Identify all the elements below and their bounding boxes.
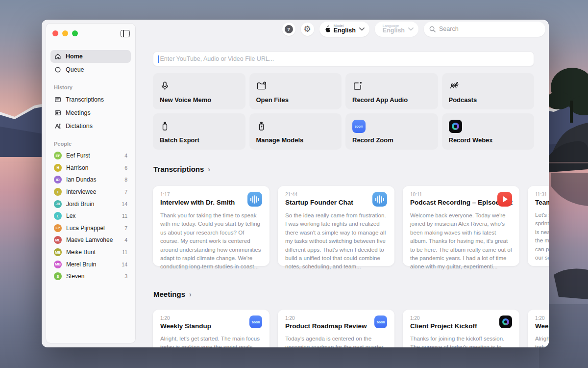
search-input[interactable]: Search <box>424 22 545 37</box>
card-transcript-preview: Alrightoday <box>535 334 549 347</box>
toolbar: ? ⚙ Model English Language <box>282 21 545 37</box>
waveform-icon <box>247 192 262 207</box>
zoom-icon: zoom <box>374 315 387 328</box>
apple-logo-icon <box>324 26 331 33</box>
manage-models-icon <box>256 119 267 133</box>
batch-export-icon <box>160 119 170 133</box>
card-transcript-preview: Thank you for taking the time to speak w… <box>160 211 262 271</box>
app-audio-icon <box>352 79 363 93</box>
settings-button[interactable]: ⚙ <box>301 23 314 36</box>
app-window: Home Queue History Transcriptions Meetin… <box>42 20 549 347</box>
card-duration: 21:44 <box>285 192 368 197</box>
quick-action-label: Record Webex <box>449 136 493 144</box>
chevron-down-icon <box>408 27 414 31</box>
youtube-icon <box>497 192 512 207</box>
card-transcript-preview: Let's ssprint,is neathe macan prour sic <box>535 210 549 262</box>
quick-action-label: Open Files <box>256 96 289 104</box>
section-title: Meetings <box>153 290 185 298</box>
chevron-right-icon: › <box>208 165 210 173</box>
zoom-icon: zoom <box>249 315 262 328</box>
card-duration: 1:20 <box>285 315 370 321</box>
quick-action-label: Record App Audio <box>352 96 408 104</box>
card-transcript-preview: So the idea really came from frustration… <box>285 211 387 271</box>
chevron-down-icon <box>359 27 365 31</box>
quick-action-button[interactable]: New Voice Memo <box>153 73 245 109</box>
recording-card[interactable]: 1:20 Product Roadmap Review zoom Today's… <box>278 310 394 347</box>
card-transcript-preview: Welcome back everyone. Today we're joine… <box>410 211 512 271</box>
meetings-section-header[interactable]: Meetings › <box>153 290 192 298</box>
recording-card[interactable]: 1:20 Week Alrightoday <box>528 310 549 347</box>
quick-actions-grid: New Voice Memo Open Files Record App Aud… <box>153 73 534 150</box>
quick-action-button[interactable]: zoom Record Zoom <box>345 113 438 150</box>
quick-action-button[interactable]: Record Webex <box>442 113 535 150</box>
recording-card[interactable]: 10:11 Podcast Recording – Episode 12 Wel… <box>403 186 519 266</box>
card-duration: 11:31 <box>535 192 549 197</box>
recording-card[interactable]: 21:44 Startup Founder Chat So the idea r… <box>278 186 394 266</box>
language-selector[interactable]: Language English <box>375 22 418 37</box>
card-duration: 1:20 <box>160 315 245 321</box>
card-duration: 1:17 <box>160 192 244 197</box>
recording-card[interactable]: 1:20 Weekly Standup zoom Alright, let's … <box>153 310 270 347</box>
card-transcript-preview: Alright, let's get started. The main foc… <box>160 334 262 347</box>
gear-icon: ⚙ <box>304 25 311 33</box>
quick-action-label: Record Zoom <box>352 136 393 144</box>
card-title: Interview with Dr. Smith <box>160 199 244 206</box>
card-transcript-preview: Thanks for joining the kickoff session. … <box>410 334 512 347</box>
folder-plus-icon <box>256 79 267 93</box>
waveform-icon <box>372 192 387 207</box>
card-transcript-preview: Today's agenda is centered on the upcomi… <box>285 334 387 347</box>
card-title: Product Roadmap Review <box>285 322 370 330</box>
mic-icon <box>160 79 170 93</box>
card-title: Podcast Recording – Episode 12 <box>410 199 493 206</box>
help-icon: ? <box>285 25 293 33</box>
transcriptions-card-row: 1:17 Interview with Dr. Smith Thank you … <box>153 186 549 266</box>
section-title: Transcriptions <box>153 165 204 173</box>
quick-action-button[interactable]: Podcasts <box>442 73 535 109</box>
chevron-right-icon: › <box>189 290 192 298</box>
url-input[interactable]: Enter YouTube, Audio or Video File URL..… <box>153 52 534 66</box>
recording-card[interactable]: 1:20 Client Project Kickoff Thanks for j… <box>403 310 519 347</box>
quick-action-label: Podcasts <box>449 96 477 104</box>
card-title: Startup Founder Chat <box>285 199 368 206</box>
podcasts-icon <box>449 79 459 93</box>
model-selector[interactable]: Model English <box>319 22 369 37</box>
language-value: English <box>383 27 405 34</box>
quick-action-button[interactable]: Manage Models <box>249 113 342 150</box>
card-title: Client Project Kickoff <box>410 322 495 330</box>
quick-action-button[interactable]: Open Files <box>249 73 342 109</box>
quick-action-button[interactable]: Batch Export <box>153 113 245 150</box>
recording-card[interactable]: 11:31 Team Let's ssprint,is neathe macan… <box>528 186 549 266</box>
transcriptions-section-header[interactable]: Transcriptions › <box>153 165 210 173</box>
main-area: ? ⚙ Model English Language <box>42 20 549 347</box>
zoom-logo: zoom <box>352 119 366 133</box>
text-caret <box>158 55 159 63</box>
webex-icon <box>499 315 512 328</box>
card-duration: 1:20 <box>410 315 495 321</box>
model-value: English <box>334 27 356 34</box>
card-duration: 10:11 <box>410 192 493 197</box>
url-input-placeholder: Enter YouTube, Audio or Video File URL..… <box>160 55 274 62</box>
card-title: Weekly Standup <box>160 322 245 330</box>
card-title: Week <box>535 322 549 330</box>
help-button[interactable]: ? <box>282 23 295 36</box>
quick-action-label: Batch Export <box>160 136 199 144</box>
card-title: Team <box>535 199 549 206</box>
search-placeholder: Search <box>439 26 459 32</box>
quick-action-label: Manage Models <box>256 136 304 144</box>
search-icon <box>429 26 436 32</box>
meetings-card-row: 1:20 Weekly Standup zoom Alright, let's … <box>153 310 549 347</box>
quick-action-button[interactable]: Record App Audio <box>345 73 438 109</box>
quick-action-label: New Voice Memo <box>160 96 211 104</box>
recording-card[interactable]: 1:17 Interview with Dr. Smith Thank you … <box>153 186 270 266</box>
card-duration: 1:20 <box>535 315 549 321</box>
webex-logo <box>449 119 462 133</box>
